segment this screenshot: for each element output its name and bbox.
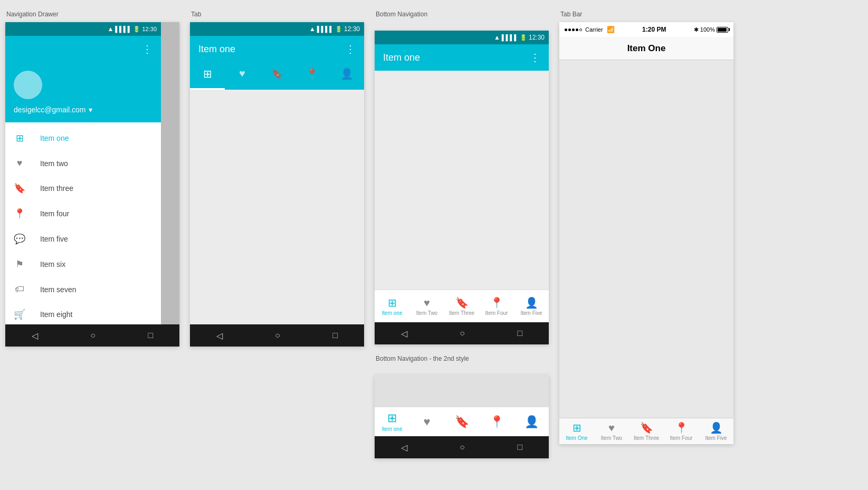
bn2-item-four[interactable]: 📍 [479,415,514,429]
drawer-status-time: 12:30 [142,26,157,32]
tab-toolbar: Item one ⋮ [190,36,364,62]
bn2-recent-btn[interactable]: □ [518,443,523,452]
ios-tab-item-two[interactable]: ♥ Item Two [594,422,629,441]
bn-item-three[interactable]: 🔖 Item Three [444,296,479,316]
signal-icon: ▌▌▌▌ [115,26,131,32]
chat-icon: 💬 [14,233,25,245]
drawer-status-icons: ▲ ▌▌▌▌ 🔋 12:30 [107,25,157,33]
drawer-item-four[interactable]: 📍 Item four [5,201,161,226]
bottom-nav-bar-2: ⊞ Item one ♥ 🔖 📍 👤 [375,407,549,436]
drawer-nav-bar: ◁ ○ □ [5,324,179,347]
drawer-email: desigelcc@gmail.com [14,105,85,114]
drawer-overlay [161,22,179,347]
drawer-toolbar: ⋮ [5,36,161,62]
flag-icon: ⚑ [14,258,25,270]
drawer-item-seven-label: Item seven [40,285,76,294]
recent-button[interactable]: □ [148,331,154,340]
signal-dot-5 [579,28,582,31]
more-icon[interactable]: ⋮ [142,43,152,55]
bn-back-btn[interactable]: ◁ [401,329,407,339]
signal-dot-2 [568,28,571,31]
tab-heart-icon: ♥ [239,68,245,80]
bn2-grid-icon: ⊞ [387,411,397,425]
ios-status-bar: Carrier 📶 1:20 PM ✱ 100% [559,22,733,37]
ios-tab-label-four: Item Four [670,435,693,441]
signal-dot-3 [572,28,575,31]
ios-location-icon: 📍 [675,421,688,434]
tab-grid-item[interactable]: ⊞ [190,62,225,90]
drawer-email-row: desigelcc@gmail.com ▾ [14,105,152,114]
bn2-item-two[interactable]: ♥ [409,415,444,429]
bn-nav-bar: ◁ ○ □ [375,322,549,344]
bn-item-five[interactable]: 👤 Item Five [514,296,549,316]
bn-recent-btn[interactable]: □ [518,329,523,338]
bn2-home-btn[interactable]: ○ [460,443,465,452]
bn2-item-three[interactable]: 🔖 [444,415,479,429]
tab-recent-btn[interactable]: □ [333,331,338,340]
bn-heart-icon: ♥ [424,297,430,309]
ios-heart-icon: ♥ [608,422,615,434]
drawer-panel: ▲ ▌▌▌▌ 🔋 12:30 ⋮ desigelcc@gmail.com ▾ [5,22,161,347]
bn-item-two[interactable]: ♥ Item Two [409,297,444,316]
tab-status-time: 12:30 [344,25,360,33]
bn-item-four[interactable]: 📍 Item Four [479,296,514,316]
nav-drawer-phone: ▲ ▌▌▌▌ 🔋 12:30 ⋮ desigelcc@gmail.com ▾ [5,22,179,347]
tab-person-icon: 👤 [340,68,354,80]
drawer-item-five[interactable]: 💬 Item five [5,226,161,252]
drawer-item-seven[interactable]: 🏷 Item seven [5,277,161,302]
drawer-item-four-label: Item four [40,209,69,218]
bn-location-icon: 📍 [490,296,503,309]
drawer-item-two-label: Item two [40,159,68,168]
bn2-back-btn[interactable]: ◁ [401,443,407,453]
bn-label-two: Item Two [416,310,437,316]
bn2-item-five[interactable]: 👤 [514,415,549,429]
drawer-status-bar: ▲ ▌▌▌▌ 🔋 12:30 [5,22,161,36]
drawer-item-six[interactable]: ⚑ Item six [5,252,161,277]
nav-drawer-section: Navigation Drawer ▲ ▌▌▌▌ 🔋 12:30 ⋮ [0,0,185,490]
home-button[interactable]: ○ [90,331,96,340]
tab-toolbar-title: Item one [198,44,235,55]
bn-wifi-icon: ▲ [494,34,500,41]
tab-bar: ⊞ ♥ 🔖 📍 👤 [190,62,364,90]
drawer-item-two[interactable]: ♥ Item two [5,151,161,176]
ios-tab-item-five[interactable]: 👤 Item Five [699,421,733,441]
tab-home-btn[interactable]: ○ [275,331,280,340]
tab-back-btn[interactable]: ◁ [216,331,223,341]
drawer-item-eight[interactable]: 🛒 Item eight [5,302,161,327]
signal-dot-4 [576,28,578,31]
tab-phone: ▲ ▌▌▌▌ 🔋 12:30 Item one ⋮ ⊞ ♥ 🔖 📍 [190,22,364,347]
drawer-item-one[interactable]: ⊞ Item one [5,126,161,151]
bn-home-btn[interactable]: ○ [460,329,465,338]
ios-battery-area: ✱ 100% [694,26,728,33]
tab-more-icon[interactable]: ⋮ [345,43,356,55]
bn-status-icons: ▲ ▌▌▌▌ 🔋 12:30 [494,34,545,41]
bn2-location-icon: 📍 [490,415,504,429]
tab-location-item[interactable]: 📍 [294,62,329,90]
tab-bookmark-item[interactable]: 🔖 [260,62,294,90]
back-button[interactable]: ◁ [32,331,38,341]
ios-tab-item-one[interactable]: ⊞ Item One [559,421,594,441]
bookmark-icon: 🔖 [14,182,25,194]
ios-tab-item-three[interactable]: 🔖 Item Three [629,421,664,441]
nav-drawer-label: Navigation Drawer [5,11,179,18]
bn-status-bar: ▲ ▌▌▌▌ 🔋 12:30 [375,31,549,44]
bn-item-one[interactable]: ⊞ Item one [375,296,409,316]
ios-tab-item-four[interactable]: 📍 Item Four [664,421,699,441]
drawer-item-three[interactable]: 🔖 Item three [5,176,161,201]
bn2-bookmark-icon: 🔖 [455,415,469,429]
drawer-items-list: ⊞ Item one ♥ Item two 🔖 Item three 📍 Ite… [5,122,161,347]
tab-wifi-icon: ▲ [309,25,316,33]
tab-heart-item[interactable]: ♥ [225,62,260,90]
battery-icon-android: 🔋 [133,26,140,33]
tab-person-item[interactable]: 👤 [329,62,364,90]
tab-grid-icon: ⊞ [203,68,212,80]
bn-content [375,71,549,290]
drawer-avatar [14,71,42,99]
drawer-header: desigelcc@gmail.com ▾ [5,62,161,122]
bn2-item-one[interactable]: ⊞ Item one [375,411,409,432]
tab-label: Tab [190,11,364,18]
dropdown-icon[interactable]: ▾ [89,105,92,114]
ios-tab-label-three: Item Three [634,435,659,441]
bn-more-icon[interactable]: ⋮ [530,51,540,64]
wifi-icon: ▲ [107,25,113,33]
